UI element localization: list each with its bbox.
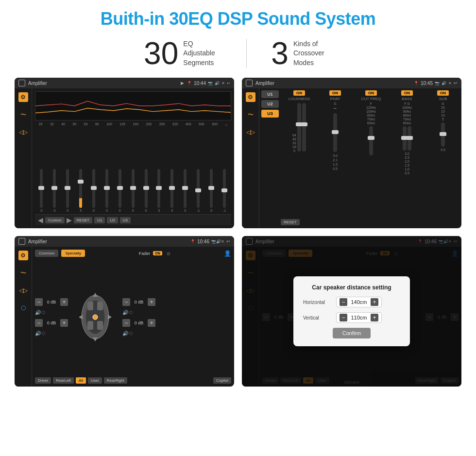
vol-minus-fr[interactable]: − [122, 298, 130, 306]
vol-value-rl: 0 dB [45, 321, 58, 325]
status-time-1: 10:44 [194, 81, 206, 86]
common-mode-btn[interactable]: Common [35, 250, 58, 257]
status-title-3: Amplifier [28, 239, 187, 244]
eq-sidebar-eq-icon[interactable]: ⚙ [18, 92, 28, 102]
crossover-wave-icon[interactable]: 〜 [246, 110, 255, 119]
svg-point-6 [93, 315, 98, 320]
dialog-row-horizontal: Horizontal − 140cm + [303, 297, 400, 307]
cutfreq-on-btn[interactable]: ON [365, 90, 377, 96]
vol-minus-rr[interactable]: − [122, 319, 130, 327]
u2-btn[interactable]: U2 [107, 217, 118, 223]
eq-slider-12[interactable]: 0 [184, 169, 187, 212]
preset-u1[interactable]: U1 [261, 90, 279, 98]
volume-icon-2: 🔊 [442, 81, 446, 85]
phat-on-btn[interactable]: ON [329, 90, 341, 96]
vol-value-fr: 0 dB [132, 300, 146, 304]
prev-icon[interactable]: ◀ [38, 216, 43, 224]
driver-btn[interactable]: Driver [35, 377, 51, 384]
x-icon-2: ✕ [448, 81, 452, 85]
horizontal-label: Horizontal [303, 300, 332, 305]
svg-rect-5 [97, 321, 103, 330]
home-icon-2[interactable] [246, 80, 253, 86]
svg-marker-8 [93, 338, 98, 341]
crossover-vol-icon[interactable]: ◁▷ [246, 127, 255, 137]
sub-label: SUB [439, 97, 447, 101]
vol-minus-fl[interactable]: − [35, 298, 43, 306]
next-icon[interactable]: ▶ [67, 216, 72, 224]
crossover-eq-icon[interactable]: ⚙ [246, 92, 255, 102]
vertical-plus-btn[interactable]: + [371, 314, 378, 321]
back-icon-1[interactable]: ↩ [227, 81, 230, 85]
home-icon-3[interactable] [18, 238, 25, 245]
eq-slider-3[interactable]: 0 [66, 169, 69, 212]
vol-plus-rl[interactable]: + [60, 319, 68, 327]
reset-btn-2[interactable]: RESET [281, 219, 300, 225]
play-icon-1[interactable]: ▶ [181, 81, 184, 85]
sub-on-btn[interactable]: ON [437, 90, 449, 96]
screen-speaker: Amplifier 📍 10:46 📷🔊✕ ↩ ⚙ 〜 ◁▷ ⬡ Common … [15, 236, 234, 387]
eq-slider-6[interactable]: 0 [105, 169, 108, 212]
rearright-btn[interactable]: RearRight [104, 377, 127, 384]
eq-slider-2[interactable]: 0 [53, 169, 56, 212]
cutfreq-slider[interactable] [369, 126, 373, 155]
bass-on-btn[interactable]: ON [401, 90, 413, 96]
stat-crossover-number: 3 [271, 38, 289, 69]
eq-slider-5[interactable]: 0 [92, 169, 95, 212]
reset-btn-1[interactable]: RESET [74, 217, 93, 223]
eq-slider-4[interactable]: 5 [79, 169, 82, 212]
speaker-main: Common Specialty Fader ON ||| 👤 − 0 dB + [32, 247, 234, 387]
specialty-mode-btn[interactable]: Specialty [61, 250, 85, 257]
eq-slider-7[interactable]: 0 [119, 169, 121, 212]
eq-slider-8[interactable]: 0 [132, 169, 135, 212]
vertical-minus-btn[interactable]: − [340, 314, 347, 321]
speaker-wave-icon[interactable]: 〜 [18, 268, 28, 278]
eq-slider-14[interactable]: 0 [210, 169, 213, 212]
all-btn[interactable]: All [76, 377, 86, 384]
preset-u3[interactable]: U3 [261, 110, 279, 118]
vol-plus-fl[interactable]: + [60, 298, 68, 306]
screen-distance: Amplifier 📍 10:46 📷🔊✕ ↩ ⚙ 〜 ◁▷ ⬡ Common … [242, 236, 461, 387]
eq-sidebar-wave-icon[interactable]: 〜 [18, 110, 28, 119]
custom-btn[interactable]: Custom [45, 217, 65, 223]
speaker-eq-icon[interactable]: ⚙ [18, 251, 28, 260]
preset-u2[interactable]: U2 [261, 100, 279, 108]
loudness-on-btn[interactable]: ON [293, 90, 305, 96]
eq-slider-10[interactable]: 0 [157, 169, 160, 212]
eq-slider-15[interactable]: -1 [223, 169, 226, 212]
rearleft-btn[interactable]: RearLeft [53, 377, 74, 384]
back-icon-2[interactable]: ↩ [454, 81, 458, 85]
horizontal-minus-btn[interactable]: − [340, 298, 347, 306]
eq-slider-1[interactable]: 0 [40, 169, 43, 212]
fader-on-badge[interactable]: ON [153, 251, 162, 255]
vol-plus-fr[interactable]: + [148, 298, 155, 306]
horizontal-plus-btn[interactable]: + [371, 298, 378, 306]
u3-btn[interactable]: U3 [120, 217, 131, 223]
eq-slider-13[interactable]: -1 [197, 169, 200, 212]
speaker-vol-icon[interactable]: ◁▷ [18, 286, 28, 295]
eq-main: 2532405063 80100125160200 25032040050063… [32, 88, 234, 228]
channel-sub: ON SUB G 20 15 10 5 0. [426, 90, 459, 217]
status-icons-1: 📍 10:44 📷 🔊 ✕ ↩ [187, 81, 230, 86]
channel-phat: ON PHAT G 〜 3.0 2.1 1.3 [319, 90, 352, 217]
channel-bass: ON BASS F G 100Hz 90Hz 80Hz 70Hz 60Hz [391, 90, 424, 217]
u1-btn[interactable]: U1 [94, 217, 105, 223]
back-icon-3[interactable]: ↩ [226, 239, 230, 244]
eq-slider-9[interactable]: 0 [145, 169, 148, 212]
vol-plus-rr[interactable]: + [148, 319, 155, 327]
speaker-bt-icon[interactable]: ⬡ [18, 303, 28, 313]
eq-slider-11[interactable]: 0 [170, 169, 173, 212]
user-btn[interactable]: User [88, 377, 102, 384]
vol-minus-rl[interactable]: − [35, 319, 43, 327]
pin-icon-1: 📍 [187, 81, 192, 85]
home-icon-1[interactable] [18, 80, 25, 86]
confirm-button[interactable]: Confirm [333, 328, 371, 338]
bass-slider-g[interactable] [408, 126, 411, 151]
vertical-label: Vertical [303, 315, 332, 321]
phat-slider[interactable] [333, 113, 337, 152]
eq-sidebar-vol-icon[interactable]: ◁▷ [18, 127, 28, 137]
sub-slider[interactable] [441, 122, 445, 147]
loudness-slider-r[interactable] [302, 103, 306, 152]
dialog-overlay: Car speaker distance setting Horizontal … [242, 236, 461, 387]
copilot-btn[interactable]: Copilot [213, 377, 231, 384]
loudness-slider[interactable] [297, 103, 301, 152]
